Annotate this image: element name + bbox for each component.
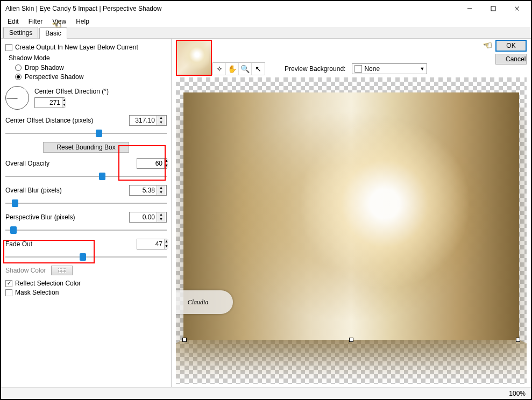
shadow-color-swatch[interactable] bbox=[51, 266, 73, 275]
maximize-button[interactable] bbox=[481, 2, 505, 16]
fade-out-label: Fade Out bbox=[5, 240, 137, 248]
center-offset-distance-input[interactable] bbox=[130, 116, 157, 125]
center-offset-direction-input[interactable] bbox=[35, 98, 62, 108]
left-panel: Create Output In New Layer Below Current… bbox=[1, 39, 171, 387]
transparency-swatch-icon bbox=[354, 65, 362, 73]
spinner[interactable]: ▲▼ bbox=[157, 116, 165, 125]
overall-opacity-label: Overall Opacity bbox=[5, 160, 137, 167]
hand-icon[interactable]: ✋ bbox=[226, 63, 239, 75]
perspective-blur-label: Perspective Blur (pixels) bbox=[5, 213, 129, 221]
tab-basic[interactable]: Basic bbox=[39, 27, 67, 39]
mask-selection-label: Mask Selection bbox=[15, 289, 59, 296]
preset-thumbnail[interactable] bbox=[176, 40, 212, 76]
pointer-icon: ☞ bbox=[481, 38, 493, 53]
window-title: Alien Skin | Eye Candy 5 Impact | Perspe… bbox=[3, 5, 458, 12]
spinner[interactable]: ▲▼ bbox=[62, 98, 66, 108]
center-offset-direction-label: Center Offset Direction (°) bbox=[34, 88, 109, 95]
mask-selection-checkbox[interactable] bbox=[5, 289, 12, 296]
perspective-blur-input[interactable] bbox=[130, 212, 157, 222]
reflect-selection-label: Reflect Selection Color bbox=[15, 280, 81, 287]
selection-handle[interactable] bbox=[516, 338, 520, 342]
titlebar: Alien Skin | Eye Candy 5 Impact | Perspe… bbox=[1, 1, 531, 16]
magic-wand-icon[interactable]: ✧ bbox=[213, 63, 226, 75]
menu-edit[interactable]: Edit bbox=[3, 17, 23, 26]
menubar: Edit Filter View Help bbox=[1, 16, 531, 27]
overall-blur-label: Overall Blur (pixels) bbox=[5, 187, 129, 194]
window-buttons bbox=[458, 2, 529, 16]
shadow-color-label: Shadow Color bbox=[5, 267, 46, 274]
reset-bounding-box-button[interactable]: Reset Bounding Box bbox=[43, 142, 129, 153]
tab-row: Settings Basic bbox=[1, 27, 531, 39]
menu-filter[interactable]: Filter bbox=[24, 17, 47, 26]
preview-background-label: Preview Background: bbox=[285, 65, 345, 73]
preview-area[interactable]: Claudia bbox=[176, 77, 527, 384]
status-bar: 100% bbox=[1, 387, 531, 399]
selection-handle[interactable] bbox=[349, 338, 353, 342]
create-output-label: Create Output In New Layer Below Current bbox=[15, 44, 138, 51]
cancel-button[interactable]: Cancel bbox=[495, 54, 527, 65]
spinner[interactable]: ▲▼ bbox=[157, 185, 165, 195]
selection-handle[interactable] bbox=[182, 338, 187, 342]
fade-out-slider[interactable] bbox=[5, 253, 167, 261]
zoom-level: 100% bbox=[509, 390, 526, 397]
spinner[interactable]: ▲▼ bbox=[157, 212, 165, 222]
overall-blur-input[interactable] bbox=[130, 185, 157, 195]
fade-out-input[interactable] bbox=[137, 239, 164, 249]
drop-shadow-radio[interactable] bbox=[15, 65, 22, 71]
perspective-shadow-label: Perspective Shadow bbox=[25, 73, 83, 81]
watermark: Claudia bbox=[176, 290, 233, 314]
perspective-blur-slider[interactable] bbox=[5, 226, 167, 234]
drop-shadow-label: Drop Shadow bbox=[25, 64, 64, 72]
minimize-button[interactable] bbox=[458, 2, 481, 16]
preview-image bbox=[183, 92, 519, 340]
preview-background-value: None bbox=[364, 65, 380, 73]
preview-toolbar: ✧ ✋ 🔍 ↖ Preview Background: None ▼ bbox=[212, 62, 427, 75]
overall-opacity-input[interactable] bbox=[137, 159, 164, 168]
chevron-down-icon: ▼ bbox=[420, 66, 424, 72]
svg-rect-1 bbox=[491, 6, 495, 11]
spinner[interactable]: ▲▼ bbox=[164, 159, 168, 168]
pointer-tool-icon[interactable]: ↖ bbox=[252, 63, 265, 75]
overall-blur-slider[interactable] bbox=[5, 199, 167, 208]
reflect-selection-checkbox[interactable] bbox=[5, 280, 12, 287]
spinner[interactable]: ▲▼ bbox=[164, 239, 168, 249]
right-panel: OK Cancel ☞ ✧ ✋ 🔍 ↖ Preview Background: … bbox=[171, 39, 531, 387]
shadow-mode-label: Shadow Mode bbox=[9, 54, 167, 62]
center-offset-distance-slider[interactable] bbox=[5, 129, 167, 138]
shadow-reflection bbox=[176, 340, 527, 384]
close-button[interactable] bbox=[505, 2, 529, 16]
center-offset-distance-label: Center Offset Distance (pixels) bbox=[5, 117, 129, 124]
overall-opacity-slider[interactable] bbox=[5, 172, 167, 181]
preview-background-select[interactable]: None ▼ bbox=[352, 63, 427, 74]
create-output-checkbox[interactable] bbox=[5, 44, 12, 51]
ok-button[interactable]: OK bbox=[495, 40, 527, 52]
direction-dial[interactable] bbox=[5, 86, 29, 110]
zoom-icon[interactable]: 🔍 bbox=[239, 63, 252, 75]
tab-settings[interactable]: Settings bbox=[3, 27, 38, 38]
menu-help[interactable]: Help bbox=[72, 17, 94, 26]
perspective-shadow-radio[interactable] bbox=[15, 74, 22, 80]
